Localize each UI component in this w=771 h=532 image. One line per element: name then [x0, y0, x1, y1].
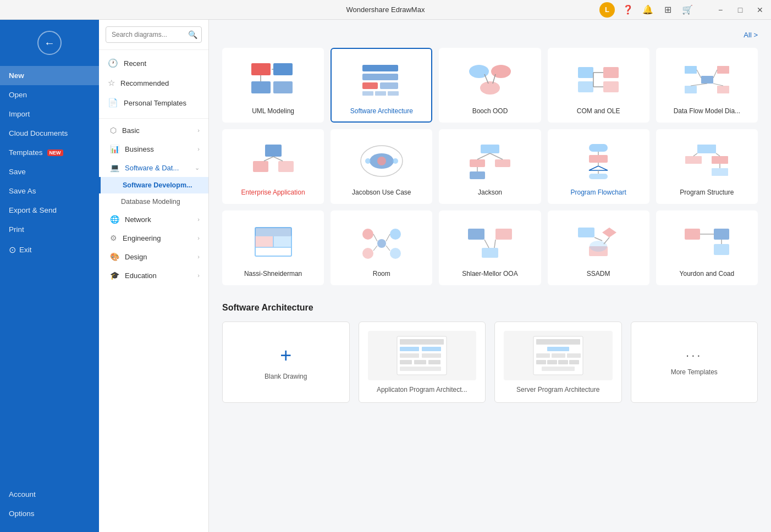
nav-sub-db-modeling[interactable]: Database Modeling: [99, 193, 208, 210]
svg-line-77: [386, 234, 390, 241]
diagram-card-nassi[interactable]: Nassi-Shneiderman: [222, 210, 324, 285]
card-image-jacobson: [338, 139, 425, 183]
svg-rect-101: [422, 353, 441, 358]
svg-rect-25: [685, 66, 697, 74]
svg-rect-58: [697, 145, 716, 153]
svg-rect-20: [603, 67, 619, 78]
svg-rect-9: [380, 82, 398, 89]
svg-line-76: [373, 234, 377, 241]
svg-rect-8: [362, 82, 378, 89]
svg-point-13: [469, 65, 489, 78]
diagram-card-com[interactable]: COM and OLE: [548, 48, 649, 123]
user-avatar[interactable]: L: [599, 2, 615, 18]
sidebar-item-save[interactable]: Save: [0, 162, 99, 181]
search-input[interactable]: [106, 26, 202, 43]
nav-category-software[interactable]: 💻 Software & Dat... ⌄: [99, 158, 208, 177]
svg-rect-108: [547, 347, 569, 351]
card-label-program-flow: Program Flowchart: [555, 189, 642, 196]
diagram-card-yourdon[interactable]: Yourdon and Coad: [656, 210, 758, 285]
svg-rect-100: [400, 353, 419, 358]
template-card-server-arch[interactable]: Server Program Architecture: [494, 322, 622, 403]
card-label-shlaer: Shlaer-Mellor OOA: [447, 270, 533, 278]
sidebar-item-new[interactable]: New: [0, 66, 99, 85]
sidebar-item-saveas[interactable]: Save As: [0, 181, 99, 201]
sidebar-item-open[interactable]: Open: [0, 85, 99, 104]
sidebar-item-export[interactable]: Export & Send: [0, 201, 99, 220]
card-label-software-arch: Software Architecture: [338, 107, 425, 115]
svg-rect-45: [470, 159, 485, 167]
help-button[interactable]: ❓: [621, 3, 635, 16]
svg-rect-10: [362, 91, 373, 96]
template-card-blank[interactable]: + Blank Drawing: [222, 322, 350, 403]
titlebar: Wondershare EdrawMax L ❓ 🔔 ⊞ 🛒 − □ ✕: [0, 0, 771, 20]
diagram-card-ssadm[interactable]: SSADM: [548, 210, 649, 285]
svg-rect-85: [578, 228, 594, 237]
sidebar-item-options[interactable]: Options: [0, 504, 99, 523]
sidebar: ← New Open Import Cloud Documents Templa…: [0, 20, 99, 532]
svg-line-30: [697, 70, 701, 78]
card-label-program-struct: Program Structure: [664, 189, 750, 196]
diagram-card-software-arch[interactable]: Software Architecture: [331, 48, 432, 123]
template-preview-server-arch: [504, 331, 613, 380]
template-preview-app-arch: [368, 331, 477, 380]
nav-category-engineering[interactable]: ⚙ Engineering ›: [99, 229, 208, 247]
svg-rect-113: [547, 360, 557, 364]
sidebar-item-print[interactable]: Print: [0, 220, 99, 239]
diagram-card-shlaer[interactable]: Shlaer-Mellor OOA: [439, 210, 541, 285]
nav-category-network[interactable]: 🌐 Network ›: [99, 210, 208, 229]
all-link[interactable]: All >: [222, 31, 758, 39]
template-card-more[interactable]: ··· More Templates: [631, 322, 758, 403]
nav-item-recommended[interactable]: ☆ Recommended: [99, 73, 208, 93]
grid-button[interactable]: ⊞: [661, 3, 674, 16]
sidebar-item-templates[interactable]: Templates NEW: [0, 143, 99, 162]
svg-rect-111: [567, 353, 581, 358]
svg-rect-68: [273, 236, 291, 247]
basic-icon: ⬡: [110, 126, 117, 135]
svg-point-71: [362, 229, 373, 240]
diagram-card-program-struct[interactable]: Program Structure: [656, 129, 758, 204]
sidebar-item-import[interactable]: Import: [0, 104, 99, 124]
software-icon: 💻: [110, 163, 119, 172]
svg-rect-36: [278, 161, 294, 172]
nav-item-recent[interactable]: 🕐 Recent: [99, 53, 208, 73]
diagram-card-jackson[interactable]: Jackson: [439, 129, 541, 204]
diagram-card-dataflow[interactable]: Data Flow Model Dia...: [656, 48, 758, 123]
diagram-card-enterprise[interactable]: Enterprise Application: [222, 129, 324, 204]
svg-rect-44: [481, 145, 499, 153]
nav-category-design[interactable]: 🎨 Design ›: [99, 247, 208, 266]
back-button[interactable]: ←: [37, 31, 62, 55]
section-title: Software Architecture: [222, 303, 758, 313]
sidebar-item-exit[interactable]: ⊙ Exit: [0, 239, 99, 261]
nav-item-personal[interactable]: 📄 Personal Templates: [99, 93, 208, 113]
svg-rect-11: [375, 91, 386, 96]
svg-rect-26: [717, 66, 729, 74]
svg-point-73: [362, 248, 373, 259]
restore-button[interactable]: □: [734, 3, 747, 16]
diagram-card-room[interactable]: Room: [331, 210, 432, 285]
card-image-ssadm: [555, 220, 642, 264]
svg-rect-1: [273, 63, 293, 75]
nav-sub-software-dev[interactable]: Software Developm...: [99, 177, 208, 193]
svg-rect-34: [265, 145, 282, 157]
notification-button[interactable]: 🔔: [641, 3, 654, 16]
svg-rect-59: [712, 156, 728, 164]
nav-top-section: 🕐 Recent ☆ Recommended 📄 Personal Templa…: [99, 50, 208, 116]
sidebar-item-account[interactable]: Account: [0, 485, 99, 504]
template-card-app-arch[interactable]: Applicaton Program Architect...: [359, 322, 486, 403]
nav-category-basic[interactable]: ⬡ Basic ›: [99, 121, 208, 140]
minimize-button[interactable]: −: [714, 3, 727, 16]
svg-rect-29: [717, 86, 729, 93]
shop-button[interactable]: 🛒: [681, 3, 694, 16]
nav-category-business[interactable]: 📊 Business ›: [99, 140, 208, 158]
svg-line-84: [494, 240, 495, 248]
svg-line-90: [604, 237, 609, 244]
diagram-card-jacobson[interactable]: Jacobson Use Case: [331, 129, 432, 204]
diagram-card-booch[interactable]: Booch OOD: [439, 48, 541, 123]
svg-rect-27: [701, 76, 713, 84]
diagram-card-program-flow[interactable]: Program Flowchart: [548, 129, 649, 204]
diagram-card-uml[interactable]: UML Modeling: [222, 48, 324, 123]
sidebar-item-cloud[interactable]: Cloud Documents: [0, 124, 99, 143]
close-button[interactable]: ✕: [753, 3, 767, 16]
nav-category-education[interactable]: 🎓 Education ›: [99, 266, 208, 285]
svg-point-14: [491, 65, 511, 78]
